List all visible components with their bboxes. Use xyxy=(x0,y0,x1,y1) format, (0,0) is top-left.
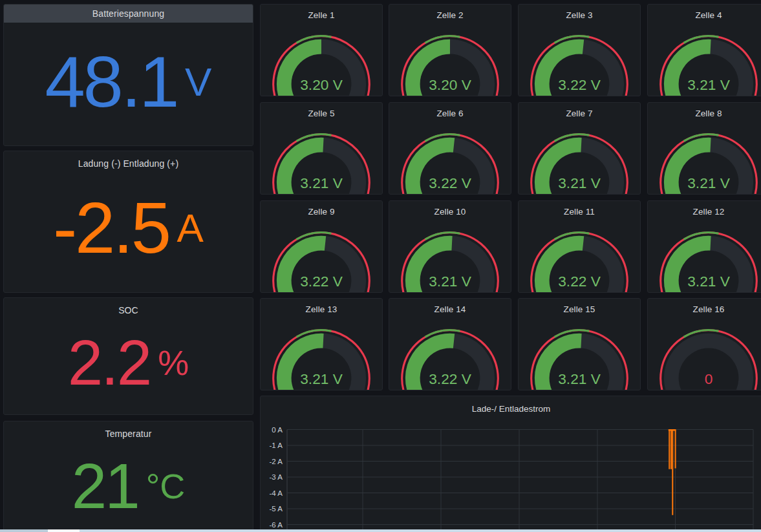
stat-value-row: 48.1 V xyxy=(4,23,253,145)
charge-discharge-current-chart[interactable]: 0 A-1 A-2 A-3 A-4 A-5 A-6 A xyxy=(261,396,761,532)
cell-gauge-panel: Zelle 12 3.21 V xyxy=(647,200,761,293)
stat-panel-temperature: Temperatur 21 °C xyxy=(3,421,253,532)
window-edge-strip-highlight xyxy=(48,529,80,532)
cell-gauge-panel: Zelle 6 3.22 V xyxy=(389,102,511,195)
panel-title[interactable]: Ladung (-) Entladung (+) xyxy=(4,159,253,168)
gauge-value: 0 xyxy=(705,370,713,387)
cell-gauge-panel: Zelle 13 3.21 V xyxy=(260,298,383,390)
panel-title[interactable]: Zelle 3 xyxy=(566,5,592,20)
y-axis-tick-label: -1 A xyxy=(270,442,283,449)
cell-gauge-panel: Zelle 1 3.20 V xyxy=(260,4,383,96)
cell-voltage-gauge: 3.21 V xyxy=(648,218,761,293)
stat-unit: % xyxy=(158,347,189,379)
panel-title[interactable]: Zelle 8 xyxy=(695,103,722,118)
gauge-value: 3.20 V xyxy=(429,76,471,93)
stat-unit: A xyxy=(177,210,204,246)
cell-gauge-panel: Zelle 7 3.21 V xyxy=(518,102,641,195)
y-axis-tick-label: 0 A xyxy=(272,426,283,434)
gauge-value: 3.21 V xyxy=(687,76,730,93)
panel-title[interactable]: Zelle 12 xyxy=(693,201,725,217)
gauge-value: 3.21 V xyxy=(558,175,601,191)
panel-title[interactable]: Zelle 6 xyxy=(436,103,463,118)
cell-gauge-panel: Zelle 4 3.21 V xyxy=(647,4,761,96)
cell-voltage-gauge: 3.20 V xyxy=(389,21,511,96)
cell-voltage-gauge: 3.21 V xyxy=(261,315,382,390)
stat-value: 2.2 xyxy=(68,334,150,391)
stat-value-row: 21 °C xyxy=(4,438,253,532)
stat-unit: V xyxy=(185,64,211,100)
gauge-value: 3.22 V xyxy=(429,370,471,387)
stat-panel-current: Ladung (-) Entladung (+) -2.5 A xyxy=(3,151,253,293)
cell-gauge-panel: Zelle 11 3.22 V xyxy=(518,200,641,293)
cell-voltage-gauge: 3.22 V xyxy=(389,120,511,195)
panel-title[interactable]: Zelle 4 xyxy=(695,5,722,20)
cell-voltage-gauge: 3.21 V xyxy=(519,315,640,390)
window-edge-strip-right xyxy=(80,529,761,532)
panel-title[interactable]: Temperatur xyxy=(4,429,253,438)
gauge-value: 3.21 V xyxy=(687,273,730,290)
y-axis-tick-label: -2 A xyxy=(270,458,283,465)
cell-voltage-gauge: 3.22 V xyxy=(519,218,640,293)
gauge-value: 3.21 V xyxy=(429,273,471,290)
panel-title[interactable]: Zelle 9 xyxy=(308,201,334,217)
panel-title[interactable]: Zelle 13 xyxy=(306,299,338,314)
window-edge-strip-left xyxy=(0,529,48,532)
stat-unit: °C xyxy=(146,471,186,502)
stat-panel-battery-voltage: Batteriespannung 48.1 V xyxy=(3,4,253,146)
cell-voltage-gauge: 0 xyxy=(648,315,761,390)
panel-title[interactable]: Zelle 2 xyxy=(436,5,463,20)
cell-gauge-panel: Zelle 8 3.21 V xyxy=(647,102,761,195)
y-axis-tick-label: -5 A xyxy=(270,505,283,513)
cell-voltage-gauge: 3.21 V xyxy=(389,218,511,293)
panel-title[interactable]: Zelle 5 xyxy=(308,103,334,118)
gauge-value: 3.22 V xyxy=(300,273,343,290)
cell-gauge-panel: Zelle 5 3.21 V xyxy=(260,102,383,195)
gauge-value: 3.21 V xyxy=(687,175,730,191)
stat-value: 21 xyxy=(72,458,138,515)
gauge-value: 3.21 V xyxy=(300,175,343,191)
cell-gauge-panel: Zelle 3 3.22 V xyxy=(518,4,641,96)
panel-title[interactable]: Zelle 11 xyxy=(564,201,595,217)
cell-voltage-gauge: 3.22 V xyxy=(261,218,382,293)
stat-panel-soc: SOC 2.2 % xyxy=(3,297,253,415)
panel-title[interactable]: Zelle 15 xyxy=(564,299,595,314)
panel-title[interactable]: Batteriespannung xyxy=(92,9,164,18)
stat-value-row: 2.2 % xyxy=(4,315,253,414)
gauge-value: 3.22 V xyxy=(429,175,471,191)
cell-voltage-gauge: 3.20 V xyxy=(261,21,382,96)
y-axis-tick-label: -6 A xyxy=(270,521,283,529)
cell-gauge-panel: Zelle 2 3.20 V xyxy=(389,4,511,96)
cell-voltage-gauge: 3.21 V xyxy=(648,21,761,96)
gauge-value: 3.22 V xyxy=(558,76,601,93)
cell-gauge-panel: Zelle 14 3.22 V xyxy=(389,298,511,390)
cell-voltage-gauge: 3.21 V xyxy=(261,120,382,195)
panel-title[interactable]: SOC xyxy=(4,306,253,315)
gauge-value: 3.20 V xyxy=(300,76,343,93)
stat-value: -2.5 xyxy=(53,196,169,261)
gauge-value: 3.21 V xyxy=(300,370,343,387)
cell-gauge-panel: Zelle 9 3.22 V xyxy=(260,200,383,293)
panel-title[interactable]: Lade-/ Entladestrom xyxy=(261,404,761,414)
y-axis-tick-label: -3 A xyxy=(270,473,283,481)
stat-value: 48.1 xyxy=(45,50,178,115)
panel-title[interactable]: Zelle 7 xyxy=(566,103,592,118)
gauge-value: 3.21 V xyxy=(558,370,601,387)
chart-panel-charge-discharge-current: 0 A-1 A-2 A-3 A-4 A-5 A-6 A Lade-/ Entla… xyxy=(260,396,761,532)
cell-voltage-gauge: 3.21 V xyxy=(648,120,761,195)
cell-gauge-panel: Zelle 10 3.21 V xyxy=(389,200,511,293)
cell-gauge-panel: Zelle 16 0 xyxy=(647,298,761,390)
panel-title[interactable]: Zelle 10 xyxy=(434,201,466,217)
cell-gauge-panel: Zelle 15 3.21 V xyxy=(518,298,641,390)
cell-voltage-gauge: 3.21 V xyxy=(519,120,640,195)
panel-title[interactable]: Zelle 16 xyxy=(693,299,725,314)
y-axis-tick-label: -4 A xyxy=(270,489,283,497)
panel-title[interactable]: Zelle 1 xyxy=(308,5,334,20)
stat-value-row: -2.5 A xyxy=(4,168,253,292)
panel-title[interactable]: Zelle 14 xyxy=(434,299,466,314)
cell-voltage-gauge: 3.22 V xyxy=(389,315,511,390)
panel-header[interactable]: Batteriespannung xyxy=(4,5,253,23)
gauge-value: 3.22 V xyxy=(558,273,601,290)
cell-voltage-gauge: 3.22 V xyxy=(519,21,640,96)
